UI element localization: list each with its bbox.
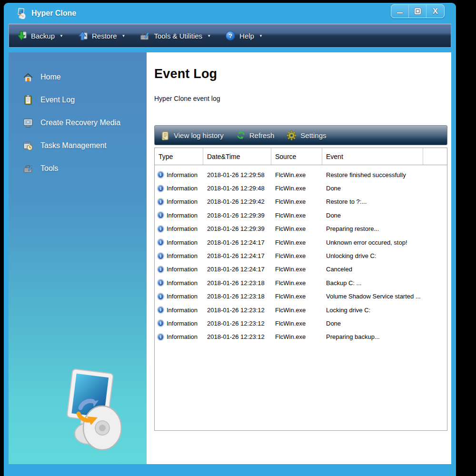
menu-restore-label: Restore	[92, 32, 117, 40]
table-row[interactable]: Information 2018-01-26 12:29:39 FlcWin.e…	[155, 222, 447, 236]
close-icon: X	[433, 7, 438, 15]
row-source: FlcWin.exe	[271, 333, 322, 340]
sidebar-item-event-log[interactable]: Event Log	[9, 89, 147, 111]
row-type: Information	[167, 212, 198, 219]
view-log-history-label: View log history	[174, 131, 224, 139]
information-icon	[157, 198, 164, 206]
backup-down-arrow-icon	[17, 30, 27, 41]
table-row[interactable]: Information 2018-01-26 12:23:12 FlcWin.e…	[155, 330, 447, 344]
column-header-type[interactable]: Type	[155, 148, 203, 165]
sidebar-item-label: Event Log	[40, 96, 75, 104]
row-datetime: 2018-01-26 12:23:18	[203, 293, 271, 300]
row-datetime: 2018-01-26 12:29:48	[203, 185, 271, 192]
maximize-button[interactable]	[409, 5, 426, 18]
refresh-icon	[236, 130, 246, 140]
sidebar-item-label: Tools	[40, 164, 58, 173]
table-row[interactable]: Information 2018-01-26 12:29:42 FlcWin.e…	[155, 195, 447, 208]
row-source: FlcWin.exe	[271, 293, 322, 300]
row-source: FlcWin.exe	[271, 171, 322, 178]
column-header-datetime[interactable]: Date&Time	[203, 148, 271, 165]
row-source: FlcWin.exe	[271, 198, 322, 205]
table-row[interactable]: Information 2018-01-26 12:29:58 FlcWin.e…	[155, 168, 447, 181]
menu-tools-utilities-label: Tools & Utilities	[154, 32, 202, 40]
row-event: Unknown error occured, stop!	[322, 239, 446, 246]
app-window: Hyper Clone X Backup ▼ Restore ▼ Tools &…	[4, 3, 456, 476]
app-logo-graphic	[32, 367, 123, 454]
recovery-media-monitor-icon	[23, 118, 33, 128]
sidebar-item-tasks-management[interactable]: Tasks Management	[9, 134, 147, 157]
sidebar: Home Event Log Create Recovery Media Tas…	[9, 52, 147, 464]
row-type: Information	[167, 293, 198, 300]
minimize-button[interactable]	[391, 5, 409, 18]
view-log-history-button[interactable]: View log history	[160, 130, 224, 140]
information-icon	[157, 293, 164, 300]
row-type: Information	[167, 279, 198, 287]
row-type: Information	[167, 320, 198, 327]
information-icon	[157, 252, 164, 260]
information-icon	[157, 238, 164, 246]
table-row[interactable]: Information 2018-01-26 12:29:48 FlcWin.e…	[155, 181, 447, 195]
table-row[interactable]: Information 2018-01-26 12:23:12 FlcWin.e…	[155, 317, 447, 330]
menu-restore[interactable]: Restore ▼	[78, 30, 125, 41]
row-event: Volume Shadow Service started ...	[322, 293, 446, 300]
settings-button[interactable]: Settings	[287, 130, 326, 140]
minimize-icon	[397, 12, 403, 14]
row-type: Information	[167, 266, 198, 273]
row-source: FlcWin.exe	[271, 266, 322, 273]
row-datetime: 2018-01-26 12:29:42	[203, 198, 271, 205]
row-type: Information	[167, 333, 198, 340]
sidebar-item-label: Tasks Management	[40, 141, 107, 150]
tasks-clock-icon	[23, 140, 33, 151]
row-type: Information	[167, 252, 198, 259]
information-icon	[157, 306, 164, 314]
row-type: Information	[167, 171, 198, 178]
row-source: FlcWin.exe	[271, 252, 322, 259]
log-toolbar: View log history Refresh Settings	[154, 125, 447, 145]
table-row[interactable]: Information 2018-01-26 12:23:12 FlcWin.e…	[155, 303, 447, 317]
row-type: Information	[167, 185, 198, 192]
sidebar-item-create-recovery-media[interactable]: Create Recovery Media	[9, 111, 147, 134]
table-row[interactable]: Information 2018-01-26 12:24:17 FlcWin.e…	[155, 249, 447, 262]
menu-bar: Backup ▼ Restore ▼ Tools & Utilities ▼ H…	[9, 24, 451, 48]
information-icon	[157, 266, 164, 273]
event-log-clipboard-icon	[23, 95, 33, 105]
app-logo-icon	[15, 8, 27, 19]
information-icon	[157, 225, 164, 233]
toolbox-icon	[139, 30, 150, 41]
information-icon	[157, 319, 164, 327]
row-event: Restore to ?:...	[322, 198, 446, 205]
chevron-down-icon: ▼	[207, 34, 211, 38]
window-title: Hyper Clone	[31, 9, 76, 18]
menu-tools-utilities[interactable]: Tools & Utilities ▼	[139, 30, 211, 41]
row-event: Done	[322, 320, 446, 327]
column-header-source[interactable]: Source	[271, 148, 322, 165]
close-button[interactable]: X	[426, 5, 444, 18]
row-source: FlcWin.exe	[271, 185, 322, 192]
table-row[interactable]: Information 2018-01-26 12:24:17 FlcWin.e…	[155, 263, 447, 276]
table-row[interactable]: Information 2018-01-26 12:23:18 FlcWin.e…	[155, 276, 447, 289]
row-source: FlcWin.exe	[271, 307, 322, 314]
menu-help[interactable]: Help ▼	[225, 30, 263, 41]
sidebar-item-tools[interactable]: Tools	[9, 157, 147, 180]
main-panel: Event Log Hyper Clone event log View log…	[147, 52, 451, 464]
sidebar-item-home[interactable]: Home	[9, 66, 147, 89]
refresh-button[interactable]: Refresh	[236, 130, 275, 140]
row-type: Information	[167, 225, 198, 232]
information-icon	[157, 279, 164, 287]
information-icon	[157, 185, 164, 192]
table-row[interactable]: Information 2018-01-26 12:29:39 FlcWin.e…	[155, 208, 447, 222]
column-header-event[interactable]: Event	[322, 148, 423, 165]
table-row[interactable]: Information 2018-01-26 12:23:18 FlcWin.e…	[155, 290, 447, 303]
title-bar[interactable]: Hyper Clone X	[4, 3, 456, 24]
row-source: FlcWin.exe	[271, 225, 322, 232]
table-header: Type Date&Time Source Event	[155, 148, 447, 165]
restore-up-arrow-icon	[78, 30, 88, 41]
row-type: Information	[167, 307, 198, 314]
table-row[interactable]: Information 2018-01-26 12:24:17 FlcWin.e…	[155, 236, 447, 249]
row-event: Done	[322, 212, 446, 219]
row-datetime: 2018-01-26 12:29:58	[203, 171, 271, 178]
row-event: Preparing restore...	[322, 225, 446, 232]
menu-backup[interactable]: Backup ▼	[17, 30, 63, 41]
page-title: Event Log	[154, 67, 447, 81]
row-source: FlcWin.exe	[271, 212, 322, 219]
